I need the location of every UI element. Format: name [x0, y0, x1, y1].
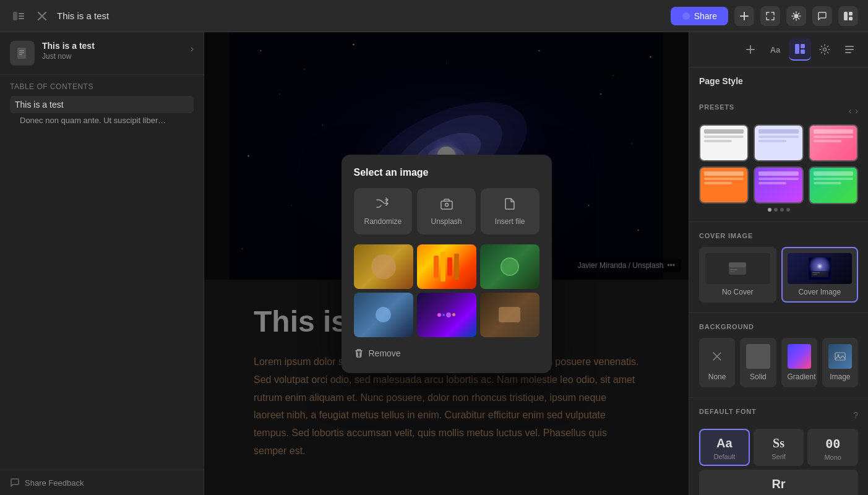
svg-rect-6	[844, 12, 848, 20]
sidebar-toggle-button[interactable]	[10, 7, 27, 25]
image-option-4[interactable]	[417, 293, 476, 337]
font-default-option[interactable]: Aa Default	[699, 429, 750, 466]
svg-rect-49	[729, 262, 746, 267]
svg-rect-51	[730, 271, 735, 272]
presets-label: PRESETS	[699, 103, 734, 111]
insert-file-label: Insert file	[486, 217, 535, 226]
bg-none-label: None	[705, 372, 729, 381]
topbar-right: Share	[671, 6, 858, 26]
image-select-modal: Select an image Randomize	[342, 155, 552, 373]
background-label: BACKGROUND	[699, 323, 858, 330]
image-option-0[interactable]	[354, 244, 413, 289]
toc-item-1[interactable]: Donec non quam ante. Ut suscipit liber…	[10, 113, 194, 127]
bg-none-option[interactable]: None	[699, 338, 735, 387]
svg-rect-54	[812, 272, 820, 273]
image-option-2[interactable]	[480, 244, 539, 289]
font-serif-label: Serif	[758, 453, 799, 460]
svg-rect-50	[730, 269, 737, 270]
svg-rect-2	[19, 15, 24, 17]
insert-file-button[interactable]: Insert file	[481, 188, 539, 235]
panel-tab-text[interactable]: Aa	[764, 38, 786, 61]
preset-white[interactable]	[699, 124, 749, 161]
presets-next-button[interactable]: ›	[855, 106, 858, 116]
comment-button[interactable]	[812, 6, 832, 26]
background-options: None Solid Gradient	[699, 338, 858, 387]
image-option-1[interactable]	[417, 244, 476, 289]
cover-image-section: COVER IMAGE No Cover	[689, 222, 868, 313]
share-feedback-button[interactable]: Share Feedback	[0, 470, 204, 495]
doc-info: This is a test Just now	[42, 41, 183, 61]
preset-orange[interactable]	[699, 166, 749, 204]
preset-pink[interactable]	[809, 124, 858, 161]
toc-item-0[interactable]: This is a test	[10, 96, 194, 113]
remove-button[interactable]: Remove	[354, 346, 539, 361]
font-label: DEFAULT FONT	[699, 408, 757, 415]
doc-time: Just now	[42, 52, 183, 61]
panel-tab-layout[interactable]	[789, 38, 811, 61]
font-help-icon: ?	[853, 410, 858, 420]
svg-rect-10	[19, 50, 24, 51]
topbar-left: This is a test	[10, 7, 109, 25]
bg-image-option[interactable]: Image	[822, 338, 858, 387]
page-style-section: Page Style	[689, 67, 868, 86]
doc-expand-button[interactable]: ›	[191, 43, 194, 54]
document-title: This is a test	[57, 11, 109, 21]
panel-tab-settings[interactable]	[814, 38, 836, 61]
doc-icon	[10, 41, 35, 66]
font-default-label: Default	[704, 453, 745, 460]
insert-file-icon	[486, 197, 535, 213]
svg-rect-41	[795, 44, 799, 54]
font-section: DEFAULT FONT ? Aa Default Ss Serif 00 Mo…	[689, 398, 868, 496]
svg-rect-42	[801, 44, 805, 48]
svg-rect-56	[835, 353, 845, 360]
font-serif-option[interactable]: Ss Serif	[754, 429, 804, 466]
presets-grid	[699, 124, 858, 204]
font-mono-option[interactable]: 00 Mono	[807, 429, 858, 466]
presets-prev-button[interactable]: ‹	[849, 106, 852, 116]
doc-title: This is a test	[42, 41, 183, 51]
bg-gradient-option[interactable]: Gradient	[781, 338, 817, 387]
background-section: BACKGROUND None Solid Gradient	[689, 313, 868, 398]
preset-dot-2	[780, 208, 784, 212]
remove-label: Remove	[369, 348, 401, 358]
svg-rect-1	[19, 13, 24, 14]
add-button[interactable]	[734, 6, 754, 26]
image-option-5[interactable]	[480, 293, 539, 337]
brightness-button[interactable]	[786, 6, 806, 26]
svg-rect-0	[13, 12, 17, 20]
preset-dot-0	[768, 208, 771, 212]
panel-tab-add[interactable]	[739, 38, 762, 61]
cover-image-option[interactable]: Cover Image	[781, 247, 859, 303]
expand-button[interactable]	[760, 6, 780, 26]
preset-dot-3	[786, 208, 790, 212]
preset-purple[interactable]	[754, 166, 803, 204]
preset-blue-lines[interactable]	[754, 124, 803, 161]
modal-actions: Randomize Unsplash	[354, 188, 539, 235]
topbar: This is a test Share	[0, 0, 868, 32]
font-round-glyph: Rr	[704, 477, 853, 491]
layout-button[interactable]	[838, 6, 858, 26]
font-default-glyph: Aa	[704, 436, 745, 450]
unsplash-label: Unsplash	[422, 217, 471, 226]
font-options: Aa Default Ss Serif 00 Mono Rr Round	[699, 429, 858, 496]
preset-green[interactable]	[809, 166, 858, 204]
panel-tab-more[interactable]	[838, 38, 861, 61]
font-round-option[interactable]: Rr Round	[699, 470, 858, 496]
bg-solid-label: Solid	[746, 372, 770, 381]
image-grid	[354, 244, 539, 337]
right-panel: Aa	[689, 32, 868, 495]
image-select-modal-overlay[interactable]: Select an image Randomize	[204, 32, 689, 495]
panel-tabs: Aa	[689, 32, 868, 67]
preset-dot-1	[774, 208, 778, 212]
bg-solid-option[interactable]: Solid	[740, 338, 776, 387]
svg-point-40	[445, 203, 448, 206]
svg-rect-7	[849, 12, 853, 15]
unsplash-button[interactable]: Unsplash	[417, 188, 476, 235]
randomize-icon	[359, 197, 408, 213]
randomize-button[interactable]: Randomize	[354, 188, 413, 235]
share-button[interactable]: Share	[671, 7, 728, 25]
close-button[interactable]	[33, 7, 51, 25]
image-option-3[interactable]	[354, 293, 413, 337]
sidebar: This is a test Just now › Table of Conte…	[0, 32, 204, 495]
no-cover-option[interactable]: No Cover	[699, 247, 776, 303]
